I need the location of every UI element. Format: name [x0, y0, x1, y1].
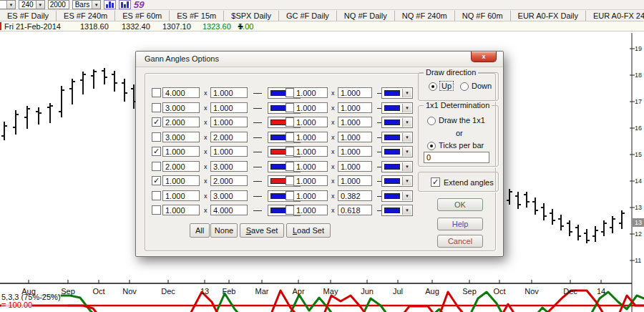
radio-down[interactable] — [460, 82, 469, 91]
angle-run-input-right-1[interactable] — [338, 87, 372, 98]
angle-run-input-left-4[interactable] — [210, 132, 248, 142]
angle-rise-input-right-4[interactable] — [293, 132, 328, 142]
angle-run-input-left-5[interactable] — [210, 146, 248, 157]
chevron-down-icon[interactable]: ▼ — [402, 89, 411, 97]
save-set-button[interactable]: Save Set — [240, 223, 284, 238]
month-label: Jul — [393, 287, 403, 296]
line-color-select-right-3[interactable]: ▼ — [381, 117, 413, 128]
angle-enabled-checkbox-left-5[interactable]: ✓ — [152, 147, 161, 156]
radio-up[interactable] — [429, 82, 437, 91]
angle-run-input-left-8[interactable] — [210, 190, 248, 201]
color-swatch — [384, 120, 400, 125]
radio-down-label[interactable]: Down — [472, 82, 492, 90]
angle-rise-input-left-4[interactable] — [162, 132, 200, 142]
angle-rise-input-left-2[interactable] — [162, 102, 200, 113]
angle-run-input-right-9[interactable] — [338, 205, 372, 215]
crosshair-cursor: + — [238, 22, 243, 31]
angle-rise-input-left-7[interactable] — [162, 175, 200, 186]
color-swatch — [384, 208, 400, 213]
chevron-down-icon[interactable]: ▼ — [402, 118, 411, 127]
extend-angles-label[interactable]: Extend angles — [444, 178, 494, 187]
angle-rise-input-right-9[interactable] — [293, 205, 328, 215]
angle-enabled-checkbox-left-1[interactable] — [152, 88, 161, 97]
angle-run-input-right-8[interactable] — [338, 190, 372, 201]
chevron-down-icon[interactable]: ▼ — [402, 162, 411, 171]
load-set-button[interactable]: Load Set — [286, 223, 331, 238]
angle-run-input-left-9[interactable] — [210, 205, 248, 215]
multiply-sign: x — [204, 134, 208, 141]
angle-run-input-left-2[interactable] — [210, 102, 248, 113]
extend-angles-checkbox[interactable]: ✓ — [431, 177, 440, 187]
line-color-select-right-9[interactable]: ▼ — [381, 205, 413, 216]
angle-rise-input-left-8[interactable] — [162, 190, 200, 201]
multiply-sign: x — [331, 148, 335, 155]
angle-enabled-checkbox-left-6[interactable] — [152, 162, 161, 171]
radio-ticks-per-bar[interactable] — [427, 142, 436, 150]
multiply-sign: x — [331, 192, 335, 200]
angle-enabled-checkbox-left-2[interactable] — [152, 103, 161, 112]
color-swatch — [384, 178, 400, 184]
line-color-select-right-8[interactable]: ▼ — [381, 190, 413, 202]
angle-enabled-checkbox-left-8[interactable] — [152, 191, 161, 200]
chevron-down-icon[interactable]: ▼ — [402, 177, 411, 185]
angle-run-input-right-7[interactable] — [338, 175, 372, 186]
gann-angles-options-dialog: Gann Angles Options x x▼x▼✓x▼x▼✓x▼x▼✓x▼x… — [135, 51, 504, 257]
angle-run-input-right-3[interactable] — [338, 117, 372, 127]
angle-rise-input-left-1[interactable] — [162, 87, 200, 98]
angle-run-input-left-6[interactable] — [210, 161, 248, 172]
radio-draw-1x1[interactable] — [427, 117, 436, 125]
dialog-titlebar[interactable]: Gann Angles Options x — [136, 52, 503, 67]
angle-rise-input-right-8[interactable] — [293, 190, 328, 201]
angle-rise-input-left-6[interactable] — [162, 161, 200, 172]
angle-run-input-left-1[interactable] — [210, 87, 248, 98]
angle-run-input-right-6[interactable] — [338, 161, 372, 172]
all-button[interactable]: All — [190, 223, 210, 238]
none-button[interactable]: None — [210, 223, 238, 238]
close-icon[interactable]: x — [471, 52, 497, 62]
help-button[interactable]: Help — [437, 218, 483, 230]
angle-rise-input-right-2[interactable] — [293, 102, 328, 113]
angle-run-input-left-3[interactable] — [210, 117, 248, 127]
angle-run-input-right-4[interactable] — [338, 132, 372, 142]
line-color-select-right-4[interactable]: ▼ — [381, 132, 413, 143]
angle-enabled-checkbox-left-9[interactable] — [152, 205, 161, 215]
radio-draw-1x1-label[interactable]: Draw the 1x1 — [439, 116, 485, 125]
ticks-per-bar-input[interactable] — [424, 152, 489, 163]
cancel-button[interactable]: Cancel — [437, 235, 483, 248]
angle-rise-input-right-1[interactable] — [293, 87, 328, 98]
ok-button[interactable]: OK — [437, 198, 483, 211]
radio-ticks-per-bar-label[interactable]: Ticks per bar — [439, 141, 484, 150]
angle-rise-input-right-3[interactable] — [293, 117, 328, 127]
multiply-sign: x — [331, 177, 335, 185]
line-color-select-right-7[interactable]: ▼ — [381, 175, 413, 187]
app-window: ▼ 240 ▼ Bars ▼ 59 ES #F DailyES #F 240mE… — [0, 0, 644, 312]
line-color-select-right-2[interactable]: ▼ — [381, 102, 413, 114]
chevron-down-icon[interactable]: ▼ — [402, 206, 411, 215]
line-color-select-right-6[interactable]: ▼ — [381, 161, 413, 172]
angle-run-input-right-2[interactable] — [338, 102, 372, 113]
line-color-select-right-5[interactable]: ▼ — [381, 146, 413, 157]
angle-enabled-checkbox-left-4[interactable] — [152, 132, 161, 142]
angle-rise-input-right-7[interactable] — [293, 175, 328, 186]
radio-up-label[interactable]: Up — [440, 82, 453, 90]
price-label: 14 — [635, 177, 642, 185]
line-style-sample — [253, 210, 262, 211]
angle-rise-input-left-9[interactable] — [162, 205, 200, 215]
multiply-sign: x — [204, 148, 208, 155]
angle-run-input-left-7[interactable] — [210, 175, 248, 186]
multiply-sign: x — [204, 207, 208, 214]
chevron-down-icon[interactable]: ▼ — [402, 192, 411, 200]
chevron-down-icon[interactable]: ▼ — [402, 133, 411, 142]
chevron-down-icon[interactable]: ▼ — [402, 147, 411, 156]
angle-rise-input-left-5[interactable] — [162, 146, 200, 157]
angle-rise-input-right-6[interactable] — [293, 161, 328, 172]
angle-enabled-checkbox-left-7[interactable]: ✓ — [152, 176, 161, 185]
angle-run-input-right-5[interactable] — [338, 146, 372, 157]
chevron-down-icon[interactable]: ▼ — [402, 104, 411, 112]
angle-rise-input-right-5[interactable] — [293, 146, 328, 157]
line-color-select-right-1[interactable]: ▼ — [381, 87, 413, 99]
angle-enabled-checkbox-left-3[interactable]: ✓ — [152, 117, 161, 127]
line-style-sample — [253, 122, 262, 123]
angle-rise-input-left-3[interactable] — [162, 117, 200, 127]
multiply-sign: x — [331, 104, 335, 112]
